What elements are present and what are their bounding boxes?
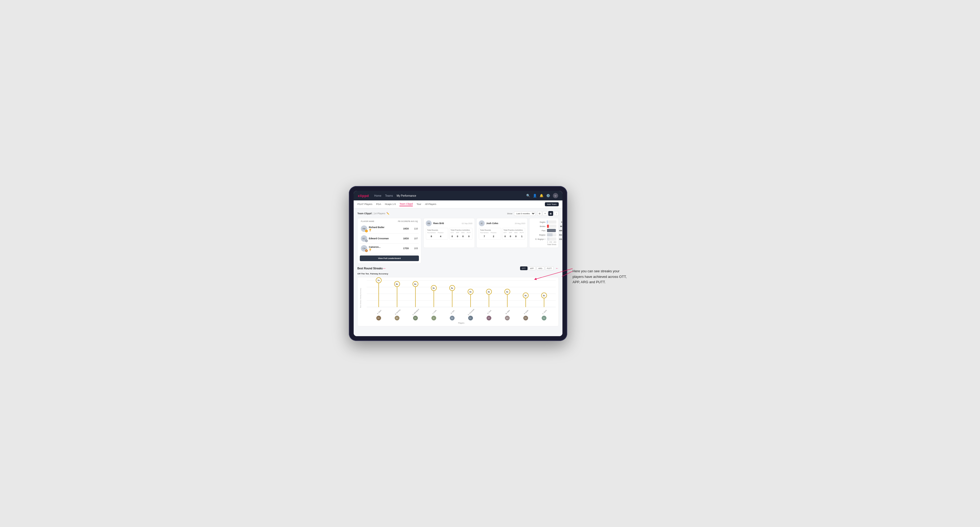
streak-player-billingham: D. Billingham DB: [406, 311, 425, 321]
nav-right: 🔍 👤 🔔 ⚙️ U: [526, 193, 558, 198]
show-label: Show: [507, 213, 512, 215]
rank-badge-2: 2: [365, 240, 368, 242]
streak-pname-rbutler: R. Butler: [523, 309, 529, 314]
period-select[interactable]: Last 3 months: [514, 211, 536, 216]
annotation-text: Here you can see streaks your players ha…: [573, 268, 631, 285]
lb-row-1[interactable]: RB 1 Richard Butler 🏆 19/20 110: [360, 224, 419, 234]
settings-icon[interactable]: ⚙️: [546, 194, 550, 197]
streak-pname-billingham: D. Billingham: [412, 308, 419, 316]
pc-practice-title-2: Total Practice Activities: [504, 229, 524, 231]
streak-bars-area: 7x 6x: [367, 281, 556, 307]
streaks-header: Best Round Streaks ← OTT APP ARG PUTT ←: [357, 266, 559, 270]
lb-name-1: Richard Butler: [369, 226, 402, 229]
nav-my-performance[interactable]: My Performance: [396, 194, 416, 197]
subnav-team-clippd[interactable]: Team Clippd: [399, 203, 413, 206]
people-icon[interactable]: 👤: [533, 194, 537, 197]
streak-bubble-ford: 4x: [486, 289, 492, 295]
streak-line-ebert: [379, 281, 379, 307]
streak-pavatar-billingham: DB: [413, 316, 418, 321]
streak-bubble-ebert: 7x: [376, 277, 382, 283]
streaks-title: Best Round Streaks: [357, 267, 383, 270]
right-panels: RB Rees Britt 02 Sep 2023 Total Rounds: [423, 218, 559, 264]
bell-icon[interactable]: 🔔: [539, 194, 544, 197]
streak-chart: Best Streak, Fairway Accuracy: [357, 277, 559, 326]
streak-bubble-crossman: 4x: [468, 289, 474, 295]
team-header: Team Clippd | 14 Players ✏️ Show Last 3 …: [357, 211, 559, 216]
view-leaderboard-button[interactable]: View Full Leaderboard: [360, 256, 419, 261]
bar-chart-inner: Eagles 3 Birdies: [531, 221, 556, 241]
bar-label-pars: Pars: [531, 230, 546, 232]
streak-player-jcoles: J. Coles JC: [425, 311, 443, 321]
streak-pname-cquick: C. Quick: [542, 310, 547, 314]
streak-pname-ebert: E. Ebert: [377, 310, 381, 314]
streak-filter-app[interactable]: APP: [528, 267, 536, 270]
streak-y-label: Best Streak, Fairway Accuracy: [360, 288, 361, 308]
streak-filter-arrow: ←: [555, 267, 559, 270]
streak-line-britt: [452, 288, 452, 307]
edit-icon[interactable]: ✏️: [387, 212, 389, 215]
pc-header-1: RB Rees Britt 02 Sep 2023: [426, 221, 473, 226]
subnav-pgat[interactable]: PGAT Players: [357, 203, 372, 206]
table-view-btn[interactable]: ↕: [554, 211, 559, 216]
streak-player-rbutler: R. Butler RB: [516, 311, 535, 321]
user-avatar-btn[interactable]: U: [553, 193, 558, 198]
lb-row-2[interactable]: EC 2 Edward Crossman 18/20 107: [360, 234, 419, 243]
bar-fill-pars: [547, 229, 556, 232]
bar-row-bogeys: Bogeys 311: [531, 233, 556, 237]
pc-rounds-2: Total Rounds Tournament 7 Practice: [479, 228, 501, 240]
pc-practice-acts-1: Total Practice Activities OTT 0 APP: [449, 228, 473, 240]
streak-pavatar-ecrossman: EC: [468, 316, 473, 321]
streak-bar-coles: 5x: [425, 288, 443, 307]
pc-avatar-2: JC: [479, 221, 485, 226]
subnav-all-players[interactable]: All Players: [425, 203, 436, 206]
team-count: | 14 Players: [372, 212, 385, 215]
subnav-tour[interactable]: Tour: [417, 203, 421, 206]
grid-view-btn[interactable]: ⊞: [537, 211, 542, 216]
streak-pname-mcherg: B. McHerg: [395, 309, 401, 315]
lb-score-2: 18/20: [403, 237, 409, 240]
streak-filter-arg[interactable]: ARG: [536, 267, 544, 270]
streak-pname-dford: D. Ford: [487, 310, 492, 314]
bar-label-eagles: Eagles: [531, 221, 546, 223]
pc-practice-label-1: Practice: [438, 232, 444, 233]
nav-teams[interactable]: Teams: [385, 194, 393, 197]
list-view-btn[interactable]: ≡: [543, 211, 547, 216]
bar-fill-dbogeys: [547, 237, 549, 241]
card-view-btn[interactable]: ▦: [548, 211, 553, 216]
pc-date-2: 26 Aug 2023: [515, 222, 525, 224]
nav-home[interactable]: Home: [374, 194, 381, 197]
streak-filter-putt[interactable]: PUTT: [545, 267, 554, 270]
pc-putt-2: PUTT 1: [520, 232, 524, 238]
streak-line-coles: [434, 288, 434, 307]
pc-name-1: Rees Britt: [433, 222, 444, 225]
add-team-button[interactable]: Add Team: [545, 202, 559, 206]
subnav-hcaps[interactable]: Hcaps 1-5: [385, 203, 396, 206]
streak-pavatar-rbutler: RB: [523, 316, 528, 321]
bar-track-pars: 499: [547, 229, 556, 232]
pc-ott-1: OTT 0: [450, 232, 454, 238]
pc-rounds-row-1: Tournament 8 Practice 4: [427, 232, 447, 238]
streak-chart-area: 7x 6x: [367, 281, 556, 324]
streak-player-rbritt: R. Britt RB: [443, 311, 461, 321]
streak-pname-mmiller: M. Miller: [505, 310, 510, 314]
lb-header: PLAYER NAME PB SCORE PB AVG SQ: [360, 221, 419, 222]
pc-stats-1: Total Rounds Tournament 8 Practice: [426, 228, 473, 240]
streak-player-mmiller: M. Miller MM: [498, 311, 516, 321]
lb-avg-3: 103: [410, 247, 418, 250]
lb-row-3[interactable]: CA 3 Cameron... 🏆 17/20 103: [360, 243, 419, 253]
streak-filter-ott[interactable]: OTT: [520, 267, 528, 270]
bar-chart-panel: Eagles 3 Birdies: [529, 218, 559, 248]
axis-200: 200: [549, 241, 552, 243]
view-icons: ⊞ ≡ ▦ ↕: [537, 211, 559, 216]
bar-val-bogeys: 311: [559, 234, 562, 236]
rank-badge-3: 3: [365, 249, 368, 252]
sub-nav: PGAT Players PGA Hcaps 1-5 Team Clippd T…: [354, 200, 562, 208]
pc-tournament-label-1: Tournament: [427, 232, 436, 233]
pc-putt-1: PUTT 0: [467, 232, 471, 238]
lb-name-2: Edward Crossman: [369, 237, 402, 240]
streak-bar-britt: 5x: [443, 288, 461, 307]
search-icon[interactable]: 🔍: [526, 194, 530, 197]
bar-row-pars: Pars 499: [531, 229, 556, 232]
subnav-pga[interactable]: PGA: [376, 203, 381, 206]
streak-bar-crossman: 4x: [461, 292, 480, 307]
